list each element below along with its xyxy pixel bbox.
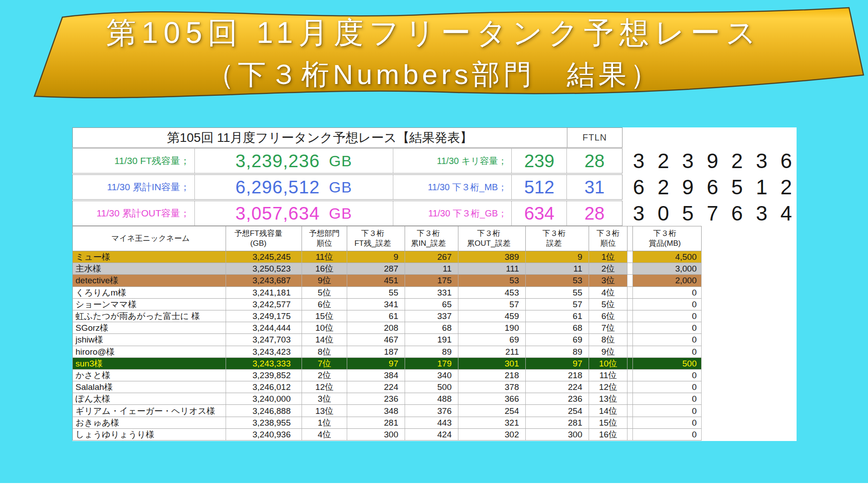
- in-error-cell: 500: [405, 381, 458, 393]
- digit: 5: [731, 175, 743, 199]
- header-ft-error: 下３桁 FT残_誤差: [347, 226, 405, 251]
- error-cell: 300: [526, 429, 589, 441]
- ft-error-cell: 224: [347, 381, 405, 393]
- ft-error-cell: 341: [347, 299, 405, 310]
- gap-cell: [627, 358, 633, 370]
- ft-error-cell: 451: [347, 275, 405, 286]
- digit: 0: [657, 201, 669, 225]
- error-cell: 53: [526, 275, 589, 286]
- ft-cell: 3,249,175: [226, 310, 302, 322]
- ft-error-cell: 208: [347, 322, 405, 334]
- header-in-error: 下３桁 累IN_誤差: [405, 226, 458, 251]
- ft-cell: 3,243,333: [226, 358, 302, 370]
- nickname-cell: しょうゆりょうり様: [72, 429, 226, 441]
- digit-row-out: 3057634: [633, 201, 792, 226]
- rank-cell: 14位: [589, 405, 627, 417]
- nickname-cell: jshiw様: [72, 334, 226, 346]
- summary-sublabel: 11/30 キリ容量；: [393, 149, 512, 173]
- prize-cell: 0: [633, 429, 702, 441]
- summary-last3: 239: [512, 149, 567, 173]
- in-error-cell: 376: [405, 405, 458, 417]
- digit: 6: [731, 201, 743, 225]
- table-row: ショーンママ様 3,242,577 6位 341 65 57 57 5位 0: [72, 299, 702, 310]
- digit: 6: [780, 149, 792, 173]
- rank-cell: 1位: [589, 251, 627, 263]
- dept-rank-cell: 6位: [302, 299, 347, 310]
- summary-unit: GB: [329, 178, 352, 196]
- rank-cell: 8位: [589, 334, 627, 346]
- out-error-cell: 321: [458, 417, 526, 429]
- summary-unit: GB: [329, 152, 352, 170]
- banner-title-line1: 第105回 11月度フリータンク予想レース: [0, 11, 868, 54]
- dept-rank-cell: 7位: [302, 358, 347, 370]
- rank-cell: 10位: [589, 358, 627, 370]
- ft-cell: 3,243,423: [226, 346, 302, 358]
- digit-row-ft: 3239236: [633, 148, 792, 174]
- ft-cell: 3,246,012: [226, 381, 302, 393]
- results-sheet: 第105回 11月度フリータンク予想レース【結果発表】 FTLN 11/30 F…: [72, 127, 797, 441]
- ft-cell: 3,238,955: [226, 417, 302, 429]
- in-error-cell: 89: [405, 346, 458, 358]
- error-cell: 224: [526, 381, 589, 393]
- prize-cell: 0: [633, 370, 702, 381]
- table-row: SGorz様 3,244,444 10位 208 68 190 68 7位 0: [72, 322, 702, 334]
- summary-number: 3,057,634: [236, 203, 320, 224]
- gap-cell: [627, 299, 633, 310]
- gap-cell: [627, 251, 633, 263]
- bottom-strip: [0, 483, 868, 488]
- rank-cell: 11位: [589, 370, 627, 381]
- digit: 2: [731, 149, 743, 173]
- in-error-cell: 443: [405, 417, 458, 429]
- dept-rank-cell: 9位: [302, 275, 347, 286]
- header-error: 下３桁 誤差: [526, 226, 589, 251]
- table-row: しょうゆりょうり様 3,240,936 4位 300 424 302 300 1…: [72, 429, 702, 441]
- out-error-cell: 459: [458, 310, 526, 322]
- out-error-cell: 57: [458, 299, 526, 310]
- error-cell: 97: [526, 358, 589, 370]
- header-prize: 下３桁 賞品(MB): [633, 226, 702, 251]
- digit: 1: [756, 175, 768, 199]
- in-error-cell: 424: [405, 429, 458, 441]
- in-error-cell: 11: [405, 263, 458, 275]
- dept-rank-cell: 15位: [302, 310, 347, 322]
- rank-cell: 13位: [589, 393, 627, 405]
- in-error-cell: 340: [405, 370, 458, 381]
- ft-cell: 3,242,577: [226, 299, 302, 310]
- gap-cell: [627, 310, 633, 322]
- prize-cell: 2,000: [633, 275, 702, 286]
- ft-cell: 3,244,444: [226, 322, 302, 334]
- ft-error-cell: 281: [347, 417, 405, 429]
- prize-cell: 0: [633, 381, 702, 393]
- digit: 5: [682, 201, 694, 225]
- prize-cell: 4,500: [633, 251, 702, 263]
- dept-rank-cell: 11位: [302, 251, 347, 263]
- out-error-cell: 111: [458, 263, 526, 275]
- dept-rank-cell: 16位: [302, 263, 347, 275]
- dept-rank-cell: 1位: [302, 417, 347, 429]
- dept-rank-cell: 3位: [302, 393, 347, 405]
- out-error-cell: 453: [458, 287, 526, 299]
- rank-cell: 9位: [589, 346, 627, 358]
- rank-cell: 2位: [589, 263, 627, 275]
- out-error-cell: 53: [458, 275, 526, 286]
- ft-error-cell: 467: [347, 334, 405, 346]
- digit: 4: [780, 201, 792, 225]
- out-error-cell: 211: [458, 346, 526, 358]
- summary-number: 6,296,512: [236, 177, 320, 197]
- gap-cell: [627, 417, 633, 429]
- table-row: くろりんm様 3,241,181 5位 55 331 453 55 4位 0: [72, 287, 702, 299]
- error-cell: 61: [526, 310, 589, 322]
- nickname-cell: sun3様: [72, 358, 226, 370]
- table-row: hiroro@様 3,243,423 8位 187 89 211 89 9位 0: [72, 346, 702, 358]
- out-error-cell: 366: [458, 393, 526, 405]
- gap-cell: [627, 429, 633, 441]
- gap-cell: [627, 405, 633, 417]
- dept-rank-cell: 12位: [302, 381, 347, 393]
- nickname-cell: くろりんm様: [72, 287, 226, 299]
- table-row: sun3様 3,243,333 7位 97 179 301 97 10位 500: [72, 358, 702, 370]
- digit: 2: [657, 149, 669, 173]
- nickname-cell: おきゅあ様: [72, 417, 226, 429]
- gap-cell: [627, 381, 633, 393]
- rank-cell: 6位: [589, 310, 627, 322]
- dept-rank-cell: 2位: [302, 370, 347, 381]
